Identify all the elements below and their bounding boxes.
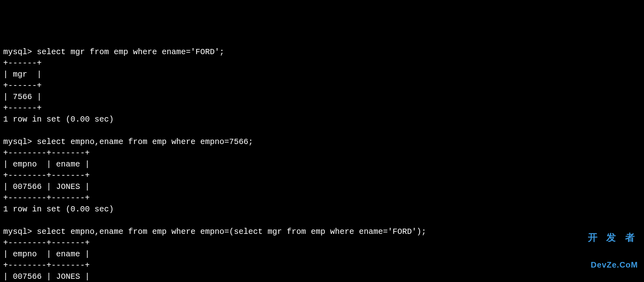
terminal-line: +------+: [3, 58, 641, 69]
terminal-line: mysql> select empno,ename from emp where…: [3, 136, 641, 148]
terminal-line: | mgr |: [3, 69, 641, 80]
watermark-top-text: 开 发 者: [588, 232, 638, 243]
terminal-line: | empno | ename |: [3, 249, 641, 260]
terminal-line: | 007566 | JONES |: [3, 181, 641, 193]
terminal-line: +--------+-------+: [3, 148, 641, 159]
terminal-output: mysql> select mgr from emp where ename='…: [3, 47, 641, 282]
terminal-line: | empno | ename |: [3, 159, 641, 170]
terminal-line: | 7566 |: [3, 91, 641, 103]
watermark-bottom-text: DevZe.CoM: [588, 260, 638, 269]
terminal-line: [3, 215, 641, 226]
terminal-line: 1 row in set (0.00 sec): [3, 114, 641, 125]
terminal-line: [3, 125, 641, 136]
terminal-line: 1 row in set (0.00 sec): [3, 204, 641, 215]
terminal-line: +--------+-------+: [3, 170, 641, 181]
terminal-line: | 007566 | JONES |: [3, 271, 641, 282]
terminal-line: +--------+-------+: [3, 237, 641, 249]
terminal-line: +------+: [3, 80, 641, 91]
terminal-line: +--------+-------+: [3, 193, 641, 204]
watermark: 开 发 者 DevZe.CoM: [588, 215, 638, 278]
terminal-line: mysql> select mgr from emp where ename='…: [3, 47, 641, 58]
terminal-line: +------+: [3, 103, 641, 114]
terminal-line: mysql> select empno,ename from emp where…: [3, 226, 641, 237]
terminal-line: +--------+-------+: [3, 260, 641, 271]
